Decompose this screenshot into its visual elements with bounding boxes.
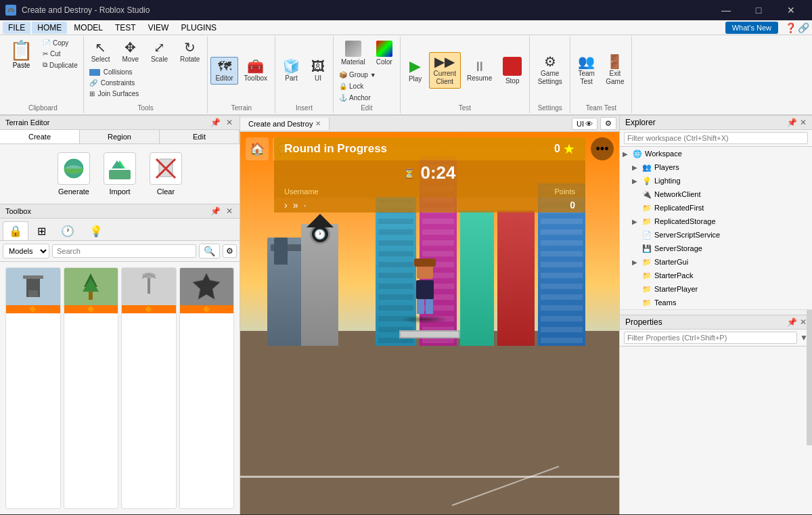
play-button[interactable]: Play <box>403 56 428 85</box>
starterpack-label: StarterPack <box>654 271 693 279</box>
toolbox-tab-meshes[interactable]: 🕐 <box>55 221 81 240</box>
ui-icon: 🖼 <box>311 60 325 73</box>
scale-button[interactable]: ⤢ Scale <box>146 38 173 66</box>
stop-button[interactable]: Stop <box>498 54 526 87</box>
exit-game-button[interactable]: 🚪 ExitGame <box>601 52 629 89</box>
game-options-button[interactable]: ••• <box>591 137 614 160</box>
tree-item-teams[interactable]: ▶ 📁 Teams <box>620 296 812 309</box>
toolbox-pin-button[interactable]: 📌 <box>209 206 222 216</box>
tree-item-starterpack[interactable]: ▶ 📁 StarterPack <box>620 269 812 282</box>
tree-item-players[interactable]: ▶ 👥 Players <box>620 160 812 174</box>
collisions-button[interactable]: Collisions <box>87 67 142 77</box>
terrain-close-button[interactable]: ✕ <box>225 118 234 127</box>
terrain-tab-edit[interactable]: Edit <box>160 130 240 143</box>
serverstorage-label: ServerStorage <box>654 244 702 252</box>
toolbox-search-bar: Models Decals Meshes Plugins Audio 🔍 ⚙ <box>0 241 240 262</box>
tree-item-serverstorage[interactable]: ▶ 💾 ServerStorage <box>620 242 812 255</box>
rotate-button[interactable]: ↻ Rotate <box>175 38 204 66</box>
toolbox-category-dropdown[interactable]: Models Decals Meshes Plugins Audio <box>3 244 49 259</box>
color-button[interactable]: Color <box>371 38 397 68</box>
group-button[interactable]: 📦 Group ▼ <box>336 70 379 80</box>
select-label: Select <box>91 55 110 63</box>
lock-button[interactable]: 🔒 Lock <box>336 81 366 91</box>
current-client-button[interactable]: ▶▶ CurrentClient <box>429 52 461 89</box>
tree-item-networkclient[interactable]: ▶ 🔌 NetworkClient <box>620 187 812 201</box>
editor-button[interactable]: 🗺 Editor <box>210 57 238 85</box>
menu-test[interactable]: TEST <box>110 22 141 34</box>
explorer-scrollbar[interactable] <box>620 309 812 315</box>
stop-label: Stop <box>505 77 520 85</box>
toolbox-search-input[interactable] <box>52 244 196 258</box>
toolbox-item-0[interactable]: 🔶 <box>5 267 61 509</box>
terrain-pin-button[interactable]: 📌 <box>209 118 222 127</box>
properties-filter-input[interactable] <box>624 332 797 344</box>
tree-item-workspace[interactable]: ▶ 🌐 Workspace <box>620 147 812 160</box>
minimize-button[interactable]: — <box>710 0 742 20</box>
properties-pin-button[interactable]: 📌 <box>787 317 797 327</box>
terrain-items: 🗺 Editor 🧰 Toolbox <box>210 38 272 103</box>
toolbox-item-1[interactable]: 🔶 <box>64 267 119 509</box>
explorer-pin-button[interactable]: 📌 <box>787 118 797 127</box>
terrain-tab-region[interactable]: Region <box>80 130 160 143</box>
anchor-button[interactable]: ⚓ Anchor <box>336 93 374 103</box>
clear-button[interactable]: Clear <box>150 152 182 196</box>
whats-new-button[interactable]: What's New <box>725 22 778 34</box>
cut-button[interactable]: ✂ Cut <box>40 49 81 59</box>
terrain-tab-create[interactable]: Create <box>0 130 80 143</box>
explorer-filter-bar <box>620 130 812 147</box>
explorer-close-button[interactable]: ✕ <box>800 118 807 127</box>
help-icon[interactable]: ❓ <box>785 22 796 33</box>
tree-item-replicatedfirst[interactable]: ▶ 📁 ReplicatedFirst <box>620 201 812 215</box>
move-button[interactable]: ✥ Move <box>118 38 143 66</box>
nav-skip[interactable]: » <box>293 200 298 210</box>
toolbox-close-button[interactable]: ✕ <box>225 206 234 216</box>
import-button[interactable]: Import <box>104 152 136 196</box>
toolbox-button[interactable]: 🧰 Toolbox <box>240 57 272 85</box>
toolbox-tab-decals[interactable]: ⊞ <box>31 221 52 240</box>
lock-icon: 🔒 <box>339 83 347 90</box>
tools-label: Tools <box>137 103 153 112</box>
tree-item-lighting[interactable]: ▶ 💡 Lighting <box>620 174 812 187</box>
constraints-button[interactable]: 🔗 Constraints <box>87 78 142 88</box>
team-test-button[interactable]: 👥 TeamTest <box>573 52 600 89</box>
toolbox-search-button[interactable]: 🔍 <box>199 244 220 259</box>
menu-plugins[interactable]: PLUGINS <box>175 22 222 34</box>
tree-item-starterplayer[interactable]: ▶ 📁 StarterPlayer <box>620 282 812 296</box>
duplicate-button[interactable]: ⧉ Duplicate <box>40 60 81 70</box>
view-tab-close[interactable]: ✕ <box>315 120 321 127</box>
game-menu-button[interactable]: 🏠 <box>246 137 269 160</box>
resume-button[interactable]: Resume <box>462 57 497 85</box>
menu-model[interactable]: MODEL <box>68 22 108 34</box>
tree-item-serverscriptservice[interactable]: ▶ 📄 ServerScriptService <box>620 228 812 242</box>
view-tab-game[interactable]: Create and Destroy ✕ <box>240 118 330 130</box>
view-settings-btn[interactable]: ⚙ <box>600 117 616 130</box>
maximize-button[interactable]: □ <box>743 0 774 20</box>
copy-button[interactable]: 📄 Copy <box>40 38 81 48</box>
menu-home[interactable]: HOME <box>32 22 67 34</box>
properties-close-button[interactable]: ✕ <box>800 317 807 327</box>
nav-right[interactable]: › <box>284 200 288 210</box>
menu-view[interactable]: VIEW <box>143 22 175 34</box>
explorer-header: Explorer 📌 ✕ <box>620 116 812 130</box>
ui-button[interactable]: 🖼 UI <box>306 57 330 85</box>
explorer-filter-input[interactable] <box>624 132 808 144</box>
share-icon[interactable]: 🔗 <box>798 22 809 33</box>
part-button[interactable]: 🧊 Part <box>278 57 304 85</box>
material-button[interactable]: Material <box>336 38 370 68</box>
explorer-scrollbar-thumb[interactable] <box>807 310 812 445</box>
toolbox-item-2[interactable]: 🔶 <box>121 267 177 509</box>
game-settings-button[interactable]: GameSettings <box>533 52 567 89</box>
tree-item-replicatedstorage[interactable]: ▶ 📁 ReplicatedStorage <box>620 215 812 228</box>
generate-button[interactable]: Generate <box>58 152 90 196</box>
toolbox-tab-models[interactable]: 🔒 <box>3 221 28 240</box>
menu-file[interactable]: FILE <box>3 22 30 34</box>
select-button[interactable]: ↖ Select <box>87 38 115 66</box>
tree-item-startergui[interactable]: ▶ 📁 StarterGui <box>620 255 812 269</box>
close-button[interactable]: ✕ <box>775 0 807 20</box>
paste-button[interactable]: 📋 Paste <box>5 38 37 70</box>
toolbox-item-3[interactable]: 🔶 <box>179 267 235 509</box>
toolbox-filter-button[interactable]: ⚙ <box>223 244 237 258</box>
ui-toggle[interactable]: UI 👁 <box>572 118 597 130</box>
join-surfaces-button[interactable]: ⊞ Join Surfaces <box>87 89 142 99</box>
toolbox-tab-plugins[interactable]: 💡 <box>83 221 109 240</box>
